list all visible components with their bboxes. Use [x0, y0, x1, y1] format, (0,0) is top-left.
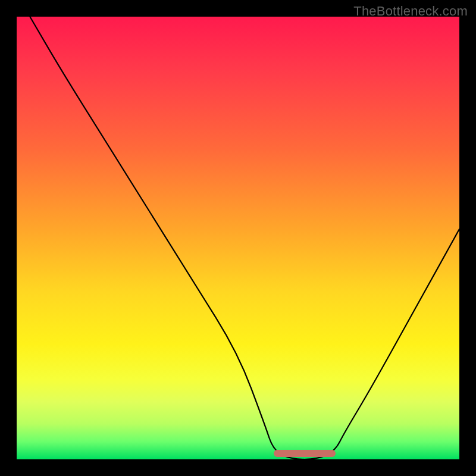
watermark-text: TheBottleneck.com: [353, 4, 468, 19]
chart-frame: TheBottleneck.com: [0, 0, 476, 476]
optimal-range-marker: [274, 450, 336, 457]
plot-area: [17, 17, 459, 459]
bottleneck-curve: [17, 17, 459, 459]
